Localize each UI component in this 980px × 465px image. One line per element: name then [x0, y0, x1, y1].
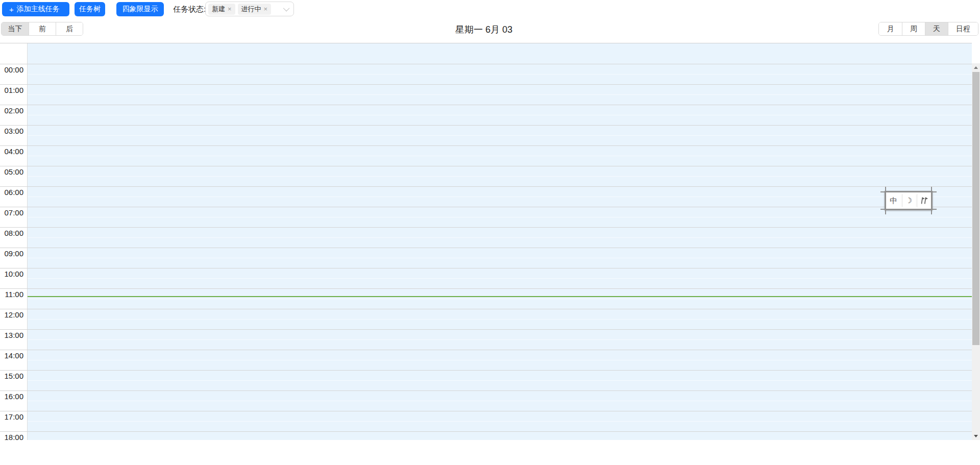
- all-day-cell[interactable]: [28, 43, 972, 64]
- time-row: 09:00: [0, 248, 972, 268]
- task-status-label: 任务状态:: [173, 5, 206, 14]
- half-hour-line: [28, 176, 972, 177]
- time-row: 16:00: [0, 390, 972, 411]
- time-label: 00:00: [0, 64, 28, 84]
- time-label: 12:00: [0, 309, 28, 329]
- day-calendar: 00:0001:0002:0003:0004:0005:0006:0007:00…: [0, 43, 972, 440]
- view-switcher: 月 周 天 日程: [878, 22, 978, 36]
- half-hour-line: [28, 74, 972, 75]
- time-cell[interactable]: [28, 64, 972, 84]
- scrollbar-thumb[interactable]: [972, 72, 979, 345]
- status-tag-inprogress: 进行中 ×: [238, 4, 272, 15]
- time-row: 14:00: [0, 350, 972, 370]
- time-row: 03:00: [0, 125, 972, 145]
- time-cell[interactable]: [28, 85, 972, 105]
- today-button[interactable]: 当下: [2, 22, 29, 35]
- ime-toolbar: 中 ☽: [885, 191, 933, 210]
- half-hour-line: [28, 380, 972, 381]
- time-label: 05:00: [0, 166, 28, 186]
- time-label: 15:00: [0, 371, 28, 390]
- half-hour-line: [28, 217, 972, 217]
- vertical-scrollbar[interactable]: [972, 63, 980, 440]
- ime-language-mode-button[interactable]: 中: [887, 194, 900, 207]
- view-week-button[interactable]: 周: [902, 22, 925, 35]
- time-cell[interactable]: [28, 207, 972, 227]
- time-cell[interactable]: [28, 289, 972, 309]
- time-row: 02:00: [0, 105, 972, 125]
- remove-tag-inprogress-icon[interactable]: ×: [264, 6, 268, 12]
- next-button[interactable]: 后: [56, 22, 83, 35]
- remove-tag-new-icon[interactable]: ×: [228, 6, 232, 12]
- time-row: 17:00: [0, 411, 972, 431]
- time-cell[interactable]: [28, 228, 972, 248]
- half-hour-line: [28, 94, 972, 95]
- time-cell[interactable]: [28, 105, 972, 125]
- half-hour-line: [28, 339, 972, 340]
- prev-button[interactable]: 前: [29, 22, 56, 35]
- half-hour-line: [28, 237, 972, 238]
- status-tag-new: 新建 ×: [208, 4, 235, 15]
- time-row: 10:00: [0, 268, 972, 288]
- time-row: 15:00: [0, 370, 972, 390]
- time-row: 12:00: [0, 309, 972, 329]
- time-label: 14:00: [0, 350, 28, 370]
- add-main-task-button[interactable]: + 添加主线任务: [2, 2, 69, 16]
- time-cell[interactable]: [28, 371, 972, 390]
- view-day-button[interactable]: 天: [925, 22, 948, 35]
- time-cell[interactable]: [28, 309, 972, 329]
- half-hour-line: [28, 421, 972, 422]
- time-cell[interactable]: [28, 350, 972, 370]
- time-label: 17:00: [0, 411, 28, 431]
- task-tree-button[interactable]: 任务树: [75, 2, 105, 16]
- triangle-down-icon: [974, 435, 978, 437]
- time-cell[interactable]: [28, 146, 972, 166]
- view-schedule-button[interactable]: 日程: [948, 22, 978, 35]
- time-cell[interactable]: [28, 432, 972, 440]
- half-hour-line: [28, 258, 972, 258]
- time-row: 08:00: [0, 227, 972, 248]
- time-cell[interactable]: [28, 268, 972, 288]
- half-hour-line: [28, 197, 972, 197]
- status-tag-new-label: 新建: [212, 5, 225, 14]
- time-row: 00:00: [0, 64, 972, 84]
- ime-switch-icon[interactable]: [917, 194, 930, 207]
- time-cell[interactable]: [28, 126, 972, 145]
- time-label: 09:00: [0, 248, 28, 268]
- time-label: 13:00: [0, 330, 28, 350]
- task-tree-label: 任务树: [79, 5, 101, 14]
- time-label: 18:00: [0, 432, 28, 440]
- scroll-down-arrow[interactable]: [972, 432, 980, 440]
- time-label: 10:00: [0, 268, 28, 288]
- time-cell[interactable]: [28, 187, 972, 207]
- all-day-gutter: [0, 43, 28, 64]
- half-hour-line: [28, 156, 972, 156]
- calendar-header: 星期一 6月 03 当下 前 后 月 周 天 日程: [0, 18, 980, 40]
- time-row: 05:00: [0, 166, 972, 186]
- ime-fullwidth-moon-icon[interactable]: ☽: [902, 194, 915, 207]
- time-cell[interactable]: [28, 411, 972, 431]
- all-day-row: [0, 43, 972, 64]
- time-cell[interactable]: [28, 391, 972, 411]
- triangle-up-icon: [974, 66, 978, 69]
- half-hour-line: [28, 135, 972, 136]
- time-cell[interactable]: [28, 248, 972, 268]
- time-label: 16:00: [0, 391, 28, 411]
- time-label: 01:00: [0, 85, 28, 105]
- quadrant-label: 四象限显示: [122, 5, 158, 14]
- time-row: 07:00: [0, 207, 972, 227]
- date-title: 星期一 6月 03: [0, 23, 968, 36]
- time-grid: 00:0001:0002:0003:0004:0005:0006:0007:00…: [0, 64, 972, 440]
- time-cell[interactable]: [28, 166, 972, 186]
- scroll-up-arrow[interactable]: [972, 63, 980, 71]
- half-hour-line: [28, 401, 972, 401]
- half-hour-line: [28, 115, 972, 115]
- status-tag-inprogress-label: 进行中: [241, 5, 261, 14]
- time-row: 11:00: [0, 288, 972, 309]
- time-row: 04:00: [0, 145, 972, 166]
- time-row: 06:00: [0, 186, 972, 207]
- half-hour-line: [28, 319, 972, 320]
- task-status-select[interactable]: 新建 × 进行中 ×: [205, 2, 294, 16]
- time-cell[interactable]: [28, 330, 972, 350]
- quadrant-display-button[interactable]: 四象限显示: [116, 2, 164, 16]
- view-month-button[interactable]: 月: [879, 22, 902, 35]
